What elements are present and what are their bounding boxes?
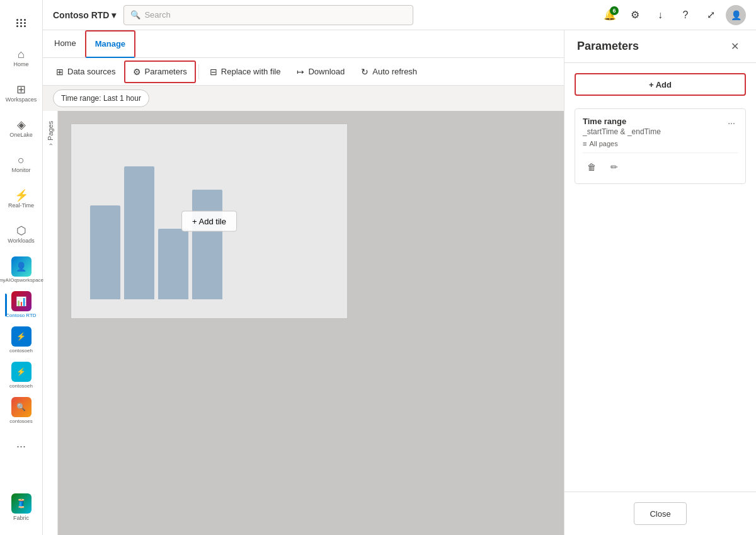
param-menu-button[interactable]: ··· bbox=[724, 115, 739, 130]
sidebar-item-workloads[interactable]: ⬡ Workloads bbox=[5, 218, 38, 251]
close-panel-button[interactable]: Close bbox=[634, 502, 686, 525]
settings-icon: ⚙ bbox=[631, 9, 639, 21]
myai-avatar: 👤 bbox=[11, 256, 32, 277]
bar-1 bbox=[90, 205, 120, 299]
search-box[interactable]: 🔍 Search bbox=[123, 5, 413, 25]
parameters-panel: Parameters ✕ + Add Time range _startTime… bbox=[564, 30, 756, 535]
sidebar-item-more[interactable]: ··· bbox=[5, 430, 38, 463]
settings-button[interactable]: ⚙ bbox=[625, 5, 645, 25]
auto-refresh-button[interactable]: ↻ Auto refresh bbox=[353, 60, 425, 83]
contoso-rtd-avatar: 📊 bbox=[11, 291, 32, 311]
contosoeh2-avatar: ⚡ bbox=[11, 362, 32, 382]
workspaces-icon: ⊞ bbox=[16, 84, 26, 95]
bar-4 bbox=[192, 190, 222, 299]
canvas: + Add tile bbox=[58, 111, 564, 535]
workloads-icon: ⬡ bbox=[16, 225, 26, 236]
home-icon: ⌂ bbox=[18, 49, 25, 60]
add-tile-button[interactable]: + Add tile bbox=[181, 211, 237, 232]
report-page: + Add tile bbox=[71, 124, 348, 319]
fabric-avatar: 🧵 bbox=[11, 493, 32, 514]
sidebar-item-home[interactable]: ⌂ Home bbox=[5, 42, 38, 74]
monitor-icon: ○ bbox=[18, 154, 25, 166]
top-bar: Contoso RTD ▾ 🔍 Search 🔔 6 ⚙ ↓ ? ⤢ bbox=[43, 0, 756, 30]
panel-footer: Close bbox=[564, 492, 756, 535]
user-avatar[interactable]: 👤 bbox=[726, 5, 746, 25]
param-value: _startTime & _endTime bbox=[583, 127, 738, 136]
bar-3 bbox=[158, 229, 188, 299]
sidebar-grid-menu[interactable] bbox=[5, 6, 38, 39]
onelake-icon: ◈ bbox=[17, 119, 26, 130]
time-range-filter[interactable]: Time range: Last 1 hour bbox=[53, 89, 149, 107]
left-sidebar: ⌂ Home ⊞ Workspaces ◈ OneLake ○ Monitor … bbox=[0, 0, 43, 535]
contosoeh1-avatar: ⚡ bbox=[11, 326, 32, 347]
sidebar-item-myai[interactable]: 👤 myAIOqsworkspace bbox=[5, 253, 38, 286]
replace-icon: ⊟ bbox=[210, 67, 217, 77]
canvas-container: › Pages + Ad bbox=[43, 111, 564, 535]
tab-home[interactable]: Home bbox=[45, 30, 85, 58]
toolbar-divider bbox=[198, 64, 199, 79]
sidebar-item-realtime[interactable]: ⚡ Real-Time bbox=[5, 183, 38, 216]
manage-toolbar: ⊞ Data sources ⚙ Parameters ⊟ Replace wi… bbox=[43, 58, 564, 86]
realtime-icon: ⚡ bbox=[14, 190, 28, 201]
replace-file-button[interactable]: ⊟ Replace with file bbox=[202, 60, 289, 83]
notification-button[interactable]: 🔔 6 bbox=[600, 5, 620, 25]
trash-icon: 🗑 bbox=[587, 162, 596, 172]
help-button[interactable]: ? bbox=[675, 5, 696, 25]
scope-icon: ≡ bbox=[583, 140, 587, 147]
param-actions: 🗑 ✏ bbox=[583, 152, 738, 176]
sidebar-item-contosoeh1[interactable]: ⚡ contosoeh bbox=[5, 324, 38, 357]
panel-header: Parameters ✕ bbox=[564, 30, 756, 63]
param-scope: ≡ All pages bbox=[583, 140, 738, 147]
add-parameter-button[interactable]: + Add bbox=[575, 73, 746, 96]
download-icon: ↓ bbox=[658, 9, 663, 21]
sidebar-item-contosoes[interactable]: 🔍 contosoes bbox=[5, 394, 38, 427]
parameters-button[interactable]: ⚙ Parameters bbox=[124, 60, 196, 83]
param-name: Time range bbox=[583, 117, 738, 126]
pages-chevron: › bbox=[47, 143, 54, 146]
dashboard-main: Home Manage ⊞ Data sources ⚙ Parameters bbox=[43, 30, 564, 535]
panel-body: + Add Time range _startTime & _endTime ≡… bbox=[564, 63, 756, 492]
data-sources-button[interactable]: ⊞ Data sources bbox=[48, 60, 124, 83]
sidebar-item-fabric[interactable]: 🧵 Fabric bbox=[5, 491, 38, 524]
download-file-icon: ↦ bbox=[297, 67, 304, 77]
tab-manage[interactable]: Manage bbox=[85, 30, 135, 58]
search-icon: 🔍 bbox=[130, 10, 140, 20]
top-bar-actions: 🔔 6 ⚙ ↓ ? ⤢ 👤 bbox=[600, 5, 746, 25]
edit-param-button[interactable]: ✏ bbox=[605, 158, 623, 176]
bar-2 bbox=[124, 166, 154, 299]
datasources-icon: ⊞ bbox=[56, 67, 64, 77]
sidebar-item-contoso-rtd[interactable]: 📊 Contoso RTD bbox=[5, 289, 38, 321]
main-content: Contoso RTD ▾ 🔍 Search 🔔 6 ⚙ ↓ ? ⤢ bbox=[43, 0, 756, 535]
more-icon: ··· bbox=[16, 440, 26, 452]
share-button[interactable]: ⤢ bbox=[701, 5, 721, 25]
panel-close-button[interactable]: ✕ bbox=[726, 38, 743, 55]
sidebar-item-contosoeh2[interactable]: ⚡ contosoeh bbox=[5, 359, 38, 392]
contosoes-avatar: 🔍 bbox=[11, 397, 32, 417]
parameters-icon: ⚙ bbox=[133, 67, 141, 77]
sidebar-item-onelake[interactable]: ◈ OneLake bbox=[5, 112, 38, 145]
avatar-icon: 👤 bbox=[731, 10, 742, 20]
download-file-button[interactable]: ↦ Download bbox=[289, 60, 353, 83]
app-name[interactable]: Contoso RTD ▾ bbox=[53, 10, 116, 20]
delete-param-button[interactable]: 🗑 bbox=[583, 158, 600, 176]
autorefresh-icon: ↻ bbox=[361, 67, 369, 77]
filter-bar: Time range: Last 1 hour bbox=[43, 86, 564, 111]
download-button[interactable]: ↓ bbox=[650, 5, 670, 25]
sidebar-item-monitor[interactable]: ○ Monitor bbox=[5, 147, 38, 180]
panel-title: Parameters bbox=[577, 40, 639, 53]
share-icon: ⤢ bbox=[707, 9, 715, 21]
help-icon: ? bbox=[683, 9, 689, 21]
pages-label[interactable]: › Pages bbox=[47, 121, 54, 146]
close-x-icon: ✕ bbox=[731, 40, 739, 52]
content-area: Home Manage ⊞ Data sources ⚙ Parameters bbox=[43, 30, 756, 535]
parameter-item-time-range: Time range _startTime & _endTime ≡ All p… bbox=[575, 108, 746, 184]
sidebar-item-workspaces[interactable]: ⊞ Workspaces bbox=[5, 77, 38, 110]
pages-sidebar[interactable]: › Pages bbox=[43, 111, 58, 535]
tab-bar: Home Manage bbox=[43, 30, 564, 58]
edit-icon: ✏ bbox=[610, 162, 618, 172]
